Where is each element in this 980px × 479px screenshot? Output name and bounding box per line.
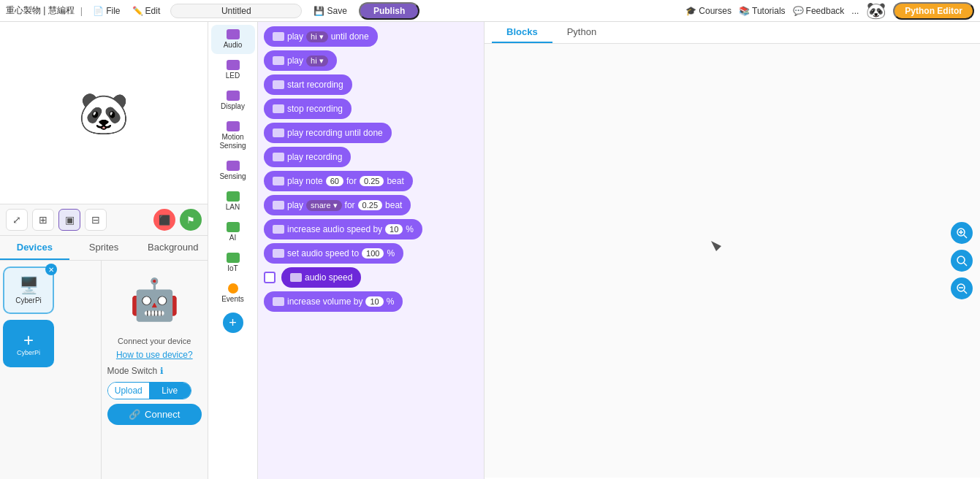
tab-background[interactable]: Background — [138, 236, 208, 260]
cat-audio-label: Audio — [224, 41, 243, 50]
code-area: Blocks Python — [485, 22, 980, 479]
mode-switch-info-icon[interactable]: ℹ — [160, 366, 164, 376]
zoom-reset-button[interactable] — [951, 250, 973, 272]
stop-button[interactable]: ⬛ — [153, 209, 175, 231]
cat-led-dot — [227, 60, 240, 70]
add-label: CyberPi — [17, 349, 40, 356]
project-name-input[interactable] — [170, 4, 302, 18]
dropdown-snare[interactable]: snare ▾ — [306, 200, 342, 211]
devices-sprites-area: ✕ 🖥️ CyberPi + CyberPi 🤖 Connect your de… — [0, 261, 208, 479]
panda-sprite: 🐼 — [78, 89, 129, 137]
add-icon: + — [23, 332, 34, 349]
sprite-image-wrap: 🤖 — [107, 267, 202, 332]
cat-led[interactable]: LED — [211, 55, 255, 85]
block-set-audio-speed[interactable]: ▶ set audio speed to 100 % — [264, 243, 403, 264]
code-canvas[interactable] — [485, 44, 980, 478]
grid-small-button[interactable]: ⊞ — [32, 209, 54, 231]
block-play-recording[interactable]: ▶ play recording — [264, 147, 351, 167]
cyberpi-device-card[interactable]: ✕ 🖥️ CyberPi — [3, 267, 54, 314]
stage-character: 🐼 — [75, 84, 133, 142]
dropdown-hi-1[interactable]: hi ▾ — [306, 31, 328, 42]
menu-edit[interactable]: ✏️ Edit — [128, 4, 165, 18]
block-play-hi[interactable]: ▶ play hi ▾ — [264, 50, 337, 71]
device-close-badge[interactable]: ✕ — [45, 264, 57, 275]
volume-increase-input[interactable]: 10 — [365, 296, 383, 307]
sprite-info-area: 🤖 Connect your device How to use device?… — [102, 261, 208, 479]
cat-ai[interactable]: AI — [211, 218, 255, 247]
panda-avatar[interactable]: 🐼 — [866, 1, 886, 20]
run-button[interactable]: ⚑ — [180, 209, 202, 231]
audio-speed-checkbox[interactable] — [264, 272, 276, 283]
main-layout: 🐼 ⤢ ⊞ ▣ ⊟ ⬛ ⚑ Devices Sprites Background… — [0, 22, 980, 479]
more-menu[interactable]: ... — [851, 6, 859, 16]
audio-speed-set-input[interactable]: 100 — [362, 248, 384, 258]
cat-lan[interactable]: LAN — [211, 187, 255, 216]
feedback-link[interactable]: 💬 Feedback — [793, 6, 845, 16]
connect-icon: 🔗 — [129, 409, 140, 420]
cat-events[interactable]: Events — [211, 279, 255, 308]
publish-button[interactable]: Publish — [359, 2, 419, 20]
cat-display[interactable]: Display — [211, 86, 255, 115]
courses-link[interactable]: 🎓 Courses — [685, 6, 732, 16]
left-panel: 🐼 ⤢ ⊞ ▣ ⊟ ⬛ ⚑ Devices Sprites Background… — [0, 22, 208, 479]
menu-file[interactable]: 📄 File — [88, 4, 124, 18]
cat-audio[interactable]: Audio — [211, 25, 255, 54]
code-tabs: Blocks Python — [485, 22, 980, 44]
brand: 重心製物 | 慧編程 — [6, 4, 75, 17]
block-increase-audio-speed[interactable]: ▶ increase audio speed by 10 % — [264, 219, 422, 240]
grid-medium-button[interactable]: ▣ — [58, 209, 80, 231]
tab-sprites[interactable]: Sprites — [69, 236, 139, 260]
menu-bar: 📄 File ✏️ Edit — [88, 4, 164, 18]
block-play-note[interactable]: ▶ play note 60 for 0.25 beat — [264, 171, 413, 191]
note-input[interactable]: 60 — [326, 176, 343, 186]
cursor-indicator — [711, 241, 721, 256]
grid-large-button[interactable]: ⊟ — [85, 209, 107, 231]
cat-motion-sensing[interactable]: Motion Sensing — [211, 117, 255, 155]
tutorials-link[interactable]: 📚 Tutorials — [739, 6, 786, 16]
cat-display-label: Display — [221, 102, 245, 111]
python-editor-button[interactable]: Python Editor — [893, 2, 974, 20]
svg-line-6 — [964, 263, 967, 266]
cat-iot-dot — [227, 253, 240, 263]
tab-blocks[interactable]: Blocks — [492, 22, 552, 43]
cat-iot-label: IoT — [227, 264, 238, 273]
zoom-out-button[interactable] — [951, 277, 973, 299]
block-play-recording-until-done[interactable]: ▶ play recording until done — [264, 123, 392, 143]
dropdown-hi-2[interactable]: hi ▾ — [306, 55, 328, 66]
block-start-recording[interactable]: ▶ start recording — [264, 74, 352, 95]
add-device-button[interactable]: + CyberPi — [3, 320, 54, 367]
cat-led-label: LED — [226, 72, 240, 80]
connect-device-label: Connect your device — [107, 337, 202, 345]
block-increase-volume[interactable]: ▶ increase volume by 10 % — [264, 291, 403, 312]
block-icon-3: ▶ — [273, 80, 284, 89]
cat-lan-dot — [227, 191, 240, 202]
cat-motion-label: Motion Sensing — [213, 133, 254, 150]
live-mode-button[interactable]: Live — [149, 383, 191, 399]
block-icon-8: ▶ — [273, 201, 284, 210]
connect-button[interactable]: 🔗 Connect — [107, 404, 202, 425]
snare-beat-input[interactable]: 0.25 — [358, 200, 382, 210]
tab-devices[interactable]: Devices — [0, 236, 69, 260]
tab-python[interactable]: Python — [552, 22, 611, 43]
cat-iot[interactable]: IoT — [211, 248, 255, 277]
upload-mode-button[interactable]: Upload — [108, 383, 150, 399]
block-icon: ▶ — [273, 32, 284, 41]
stage-toolbar: ⤢ ⊞ ▣ ⊟ ⬛ ⚑ — [0, 204, 208, 236]
cat-sensing[interactable]: Sensing — [211, 156, 255, 185]
audio-speed-increase-input[interactable]: 10 — [385, 224, 403, 234]
cyberpi-sprite-img: 🤖 — [129, 276, 180, 323]
block-icon-12: ▶ — [273, 297, 284, 306]
block-audio-speed[interactable]: ▶ audio speed — [281, 267, 361, 288]
cat-audio-dot — [227, 29, 240, 39]
save-button[interactable]: 💾 Save — [308, 4, 353, 18]
add-category-button[interactable]: + — [223, 313, 243, 333]
cat-ai-dot — [227, 222, 240, 232]
expand-button[interactable]: ⤢ — [6, 209, 28, 231]
block-stop-recording[interactable]: ▶ stop recording — [264, 99, 352, 119]
brand-cn: 重心製物 | 慧編程 — [6, 4, 75, 17]
zoom-in-button[interactable] — [951, 222, 973, 244]
block-play-hi-until-done[interactable]: ▶ play hi ▾ until done — [264, 26, 378, 47]
how-to-use-link[interactable]: How to use device? — [107, 350, 202, 360]
block-play-snare[interactable]: ▶ play snare ▾ for 0.25 beat — [264, 195, 411, 215]
note-beat-input[interactable]: 0.25 — [360, 176, 384, 186]
